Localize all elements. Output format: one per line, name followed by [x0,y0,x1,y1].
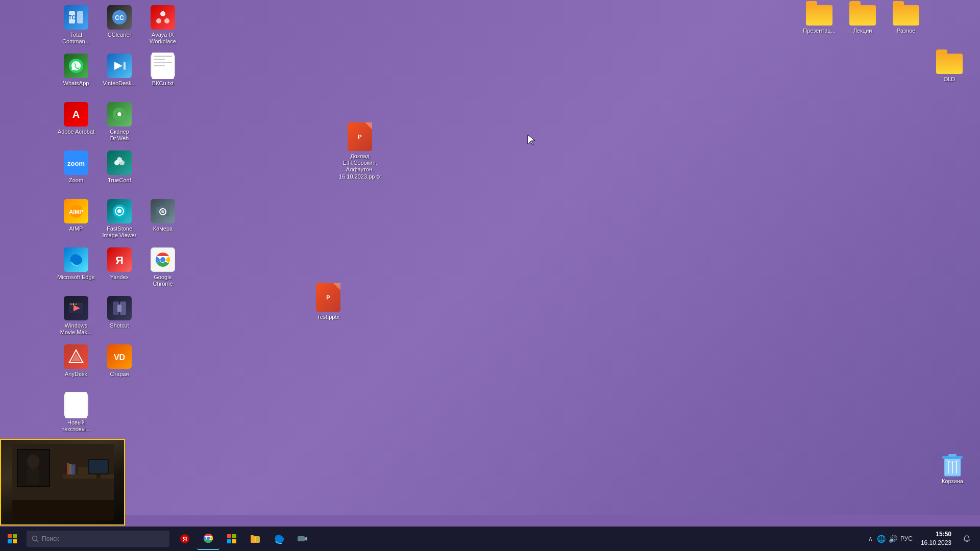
svg-point-63 [207,537,210,540]
icon-vinteo[interactable]: VinteoDesk... [100,51,139,97]
taskbar-yandex-browser[interactable]: Я [174,528,196,550]
svg-rect-65 [232,534,236,538]
lekcii-label: Лекции [853,28,872,34]
avaya-label: Avaya IX Workplace [143,32,182,45]
svg-point-7 [164,18,169,23]
svg-rect-69 [251,535,254,537]
staraya-vd-label: Старая [110,371,129,378]
icon-drweb[interactable]: Сканер Dr.Web [100,99,139,145]
icon-shotcut[interactable]: Shotcut [100,293,139,339]
trueconf-icon [107,151,132,175]
icon-chrome[interactable]: Google Chrome [143,245,183,291]
clock-date: 16.10.2023 [921,539,951,547]
vkcu-txt-label: ВКСu.txt [152,80,174,87]
icon-whatsapp[interactable]: WhatsApp [56,51,96,97]
icon-novyi-txt[interactable]: Новый текстовы... [56,390,96,436]
taskbar-clock[interactable]: 15:50 16.10.2023 [917,530,955,547]
taskbar-windows-store[interactable] [220,528,243,550]
webcam-video [1,440,124,524]
icon-adobe-acrobat[interactable]: A Adobe Acrobat [56,99,96,145]
svg-point-22 [117,209,121,213]
svg-marker-41 [71,353,81,361]
svg-rect-26 [160,206,163,208]
icon-anydesk[interactable]: AnyDesk [56,342,96,388]
svg-text:CC: CC [115,14,124,21]
icon-avaya[interactable]: Avaya IX Workplace [143,3,183,48]
svg-text:Я: Я [183,536,187,543]
start-button[interactable] [0,527,24,551]
icon-staraya-vd[interactable]: VD Старая [100,342,139,388]
taskbar-vks[interactable] [291,528,313,550]
icon-doklad-pptx[interactable]: P Доклад Е.П.Сорокин. Алфаутон. 16.10.20… [337,122,383,180]
icon-kamera[interactable]: Камера [143,196,183,242]
svg-rect-67 [232,539,236,543]
svg-rect-10 [124,62,126,70]
faststone-label: FastStone Image Viewer [100,226,139,239]
tray-chevron[interactable]: ∧ [868,535,873,542]
svg-line-58 [37,540,39,542]
svg-rect-54 [13,534,17,538]
whatsapp-label: WhatsApp [63,80,89,87]
taskbar-explorer[interactable] [244,528,266,550]
prezentacii-label: Презентац... [803,28,836,34]
yandex-label: Yandex [110,274,129,281]
webcam-preview [0,439,125,525]
icon-yandex[interactable]: Я Yandex [100,245,139,291]
total-commander-label: Total Comman... [57,32,95,45]
icon-total-commander[interactable]: TC Total Comman... [56,3,96,48]
svg-rect-90 [71,465,75,474]
svg-point-6 [156,18,161,23]
aimp-icon: AIMP [64,199,88,223]
icon-old[interactable]: OLD [929,51,969,97]
svg-rect-53 [8,534,12,538]
zoom-label: Zoom [69,177,83,184]
icon-prezentacii[interactable]: Презентац... [799,3,839,48]
icon-trueconf[interactable]: TrueConf [100,148,139,194]
volume-icon[interactable]: 🔊 [889,535,897,543]
svg-point-13 [117,112,121,116]
language-indicator[interactable]: РУС [900,535,913,542]
recycle-bin-icon [940,452,965,478]
desktop-icons-right: Презентац... Лекции Разное OLD [799,3,970,97]
icon-msedge[interactable]: Microsoft Edge [56,245,96,291]
icon-recycle-bin[interactable]: Корзина [940,452,965,485]
yandex-icon: Я [107,247,132,272]
taskbar-apps: Я [174,528,313,550]
icon-faststone[interactable]: FastStone Image Viewer [100,196,139,242]
svg-rect-80 [27,469,39,484]
total-commander-icon: TC [64,5,88,30]
icon-aimp[interactable]: AIMP AIMP [56,196,96,242]
msedge-icon [64,247,88,272]
adobe-acrobat-icon: A [64,102,88,127]
svg-text:VD: VD [114,353,125,362]
search-placeholder: Поиск [42,535,59,542]
clock-time: 15:50 [921,530,951,539]
doklad-pptx-icon: P [348,122,372,151]
icon-raznoe[interactable]: Разное [886,3,926,48]
svg-text:AIMP: AIMP [69,209,83,215]
taskbar-edge[interactable] [267,528,290,550]
taskbar-chrome[interactable] [197,528,219,550]
svg-rect-88 [67,463,69,474]
trueconf-label: TrueConf [108,177,131,184]
notification-button[interactable] [960,532,974,546]
vinteo-icon [107,54,132,78]
desktop-icons-left: TC Total Comman... CC CCleaner Avaya IX … [56,3,184,485]
kamera-icon [151,199,175,223]
svg-point-30 [160,257,165,262]
windows-movie-maker-label: Windows Movie Mak... [57,322,95,336]
network-icon[interactable]: 🌐 [877,535,886,543]
webcam-scene [12,444,114,520]
svg-rect-76 [12,500,114,520]
icon-vkcu-txt[interactable]: ВКСu.txt [143,51,183,97]
icon-lekcii[interactable]: Лекции [843,3,883,48]
svg-rect-87 [96,474,101,479]
svg-rect-1 [77,11,83,23]
taskbar-search[interactable]: Поиск [27,531,169,547]
icon-test-pptx[interactable]: P Test.pptx [305,283,351,320]
icon-ccleaner[interactable]: CC CCleaner [100,3,139,48]
icon-zoom[interactable]: zoom Zoom [56,148,96,194]
anydesk-label: AnyDesk [65,371,87,378]
svg-point-17 [117,157,122,162]
icon-windows-movie-maker[interactable]: Windows Movie Mak... [56,293,96,339]
